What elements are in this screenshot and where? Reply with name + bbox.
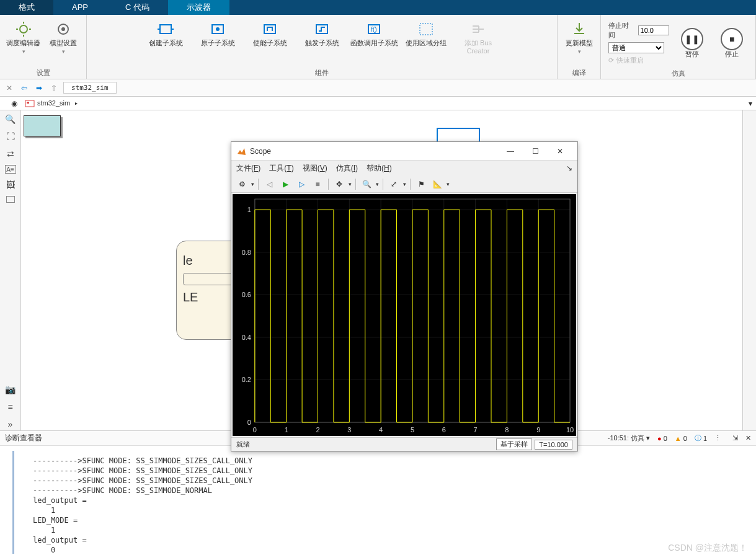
fastrestart-icon: ⟳ bbox=[608, 56, 614, 64]
up-icon[interactable]: ⇧ bbox=[48, 82, 60, 94]
diag-title: 诊断查看器 bbox=[5, 433, 42, 443]
svg-point-6 bbox=[61, 27, 65, 31]
atomic-subsystem-button[interactable]: 原子子系统 bbox=[193, 19, 242, 49]
run-icon[interactable]: ▶ bbox=[278, 177, 292, 191]
scale-icon[interactable]: ⤢ bbox=[387, 177, 401, 191]
fcncall-subsystem-button[interactable]: f()函数调用子系统 bbox=[349, 19, 399, 49]
breadcrumb: ◉ stm32_sim ▸ ▾ bbox=[0, 97, 756, 110]
matlab-icon bbox=[236, 146, 246, 156]
brightness-button[interactable]: 调度编辑器 bbox=[5, 19, 42, 58]
ribbon: 调度编辑器 模型设置 设置 创建子系统 原子子系统 使能子系统 触发子系统 f(… bbox=[0, 15, 756, 79]
region-icon bbox=[417, 20, 435, 38]
arrows-icon[interactable]: ⇄ bbox=[4, 148, 17, 160]
tab-app[interactable]: APP bbox=[53, 0, 107, 15]
side-toolbar: 🔍 ⛶ ⇄ A≡ 🖼 📷 ≡ » bbox=[0, 110, 21, 430]
model-tab[interactable]: stm32_sim bbox=[63, 82, 117, 94]
trigger-icon bbox=[313, 20, 331, 38]
svg-rect-12 bbox=[264, 25, 275, 33]
atomic-icon bbox=[209, 20, 226, 38]
svg-text:9: 9 bbox=[536, 426, 540, 433]
diag-menu-icon[interactable]: ⋮ bbox=[714, 434, 721, 442]
diag-restore-icon[interactable]: ⇲ bbox=[732, 434, 738, 442]
breadcrumb-text[interactable]: stm32_sim ▸ bbox=[37, 99, 78, 107]
camera-icon[interactable]: 📷 bbox=[4, 383, 17, 396]
scope-toolbar: ⚙▾ ◁ ▶ ▷ ■ ✥▾ 🔍▾ ⤢▾ ⚑ 📐▾ bbox=[231, 176, 577, 193]
tab-ccode[interactable]: C 代码 bbox=[107, 0, 168, 15]
menu-sim[interactable]: 仿真(I) bbox=[336, 163, 358, 174]
svg-rect-23 bbox=[27, 102, 29, 104]
tab-scope[interactable]: 示波器 bbox=[168, 0, 229, 15]
fit-icon[interactable]: ⛶ bbox=[4, 130, 17, 143]
back-icon[interactable]: ⇦ bbox=[19, 82, 30, 94]
maximize-button[interactable]: ☐ bbox=[523, 143, 548, 160]
zoom-icon[interactable]: 🔍 bbox=[360, 177, 373, 191]
region-button[interactable]: 使用区域分组 bbox=[401, 19, 451, 49]
menu-help[interactable]: 帮助(H) bbox=[367, 163, 392, 174]
create-subsystem-button[interactable]: 创建子系统 bbox=[141, 19, 190, 49]
sim-mode-select[interactable]: 普通 bbox=[608, 42, 664, 53]
pause-icon: ❚❚ bbox=[681, 28, 703, 50]
navbar: ✕ ⇦ ➡ ⇧ stm32_sim bbox=[0, 79, 756, 97]
trigger-subsystem-button[interactable]: 触发子系统 bbox=[297, 19, 347, 49]
svg-point-11 bbox=[216, 27, 220, 31]
scope-plot[interactable]: 01234567891000.20.40.60.81 bbox=[233, 194, 576, 436]
rect-icon[interactable] bbox=[6, 196, 15, 203]
svg-text:0.8: 0.8 bbox=[242, 249, 251, 256]
step-fwd-icon[interactable]: ▷ bbox=[295, 177, 308, 191]
db-icon[interactable]: ≡ bbox=[4, 401, 17, 413]
svg-text:7: 7 bbox=[474, 426, 478, 433]
svg-point-0 bbox=[20, 25, 27, 33]
menu-file[interactable]: 文件(F) bbox=[236, 163, 260, 174]
sun-icon bbox=[15, 20, 32, 38]
sim-controls: 停止时间 普通 ⟳快速重启 bbox=[606, 19, 672, 68]
watermark: CSDN @注意沈题！ bbox=[668, 543, 747, 554]
menu-tools[interactable]: 工具(T) bbox=[269, 163, 293, 174]
svg-text:4: 4 bbox=[379, 426, 383, 433]
svg-text:0.4: 0.4 bbox=[242, 334, 251, 341]
diag-close-icon[interactable]: ✕ bbox=[745, 434, 751, 442]
svg-text:3: 3 bbox=[347, 426, 351, 433]
menu-view[interactable]: 视图(V) bbox=[303, 163, 327, 174]
forward-icon[interactable]: ➡ bbox=[33, 82, 45, 94]
enable-subsystem-button[interactable]: 使能子系统 bbox=[245, 19, 295, 49]
status-sample: 基于采样 bbox=[496, 438, 532, 450]
block-cyan[interactable] bbox=[24, 115, 61, 136]
tab-format[interactable]: 格式 bbox=[0, 0, 53, 15]
diag-warnings[interactable]: ▲0 bbox=[675, 435, 687, 442]
scope-window: Scope — ☐ ✕ 文件(F) 工具(T) 视图(V) 仿真(I) 帮助(H… bbox=[231, 141, 578, 451]
diag-info[interactable]: ⓘ1 bbox=[695, 433, 707, 443]
step-back-icon[interactable]: ◁ bbox=[262, 177, 276, 191]
add-bus-button[interactable]: 添加 Bus Creator bbox=[453, 19, 503, 57]
stoptime-input[interactable] bbox=[638, 25, 669, 35]
text-icon[interactable]: A≡ bbox=[5, 165, 16, 174]
right-panel bbox=[742, 110, 756, 430]
zoom-in-icon[interactable]: 🔍 bbox=[4, 113, 17, 125]
scope-title-text: Scope bbox=[250, 147, 498, 156]
stop-button[interactable]: ■停止 bbox=[713, 26, 750, 60]
triggers-icon[interactable]: ⚑ bbox=[414, 177, 428, 191]
diag-time: -10:51: 仿真 ▾ bbox=[608, 433, 650, 443]
minimize-button[interactable]: — bbox=[498, 143, 523, 160]
svg-text:f(): f() bbox=[371, 26, 376, 33]
menu-pin-icon[interactable]: ↘ bbox=[566, 164, 572, 172]
svg-text:1: 1 bbox=[285, 426, 288, 433]
measure-icon[interactable]: 📐 bbox=[430, 177, 444, 191]
close-icon[interactable]: ✕ bbox=[4, 82, 15, 94]
pause-button[interactable]: ❚❚暂停 bbox=[674, 26, 711, 60]
cursor-icon[interactable]: ✥ bbox=[332, 177, 346, 191]
target-icon[interactable]: ◉ bbox=[11, 99, 17, 108]
svg-text:2: 2 bbox=[316, 426, 319, 433]
diag-errors[interactable]: ●0 bbox=[657, 435, 667, 442]
svg-text:1: 1 bbox=[247, 206, 251, 213]
expand-icon[interactable]: » bbox=[4, 418, 17, 430]
dropdown-icon[interactable]: ▾ bbox=[749, 99, 752, 108]
stop-sim-icon[interactable]: ■ bbox=[311, 177, 324, 191]
status-ready: 就绪 bbox=[236, 440, 250, 449]
update-model-button[interactable]: 更新模型 bbox=[561, 19, 598, 58]
gear-icon[interactable]: ⚙ bbox=[235, 177, 249, 191]
image-icon[interactable]: 🖼 bbox=[4, 179, 17, 191]
download-icon bbox=[571, 20, 588, 38]
model-settings-button[interactable]: 模型设置 bbox=[45, 19, 82, 58]
close-button[interactable]: ✕ bbox=[548, 143, 572, 160]
gear-icon bbox=[55, 20, 72, 38]
